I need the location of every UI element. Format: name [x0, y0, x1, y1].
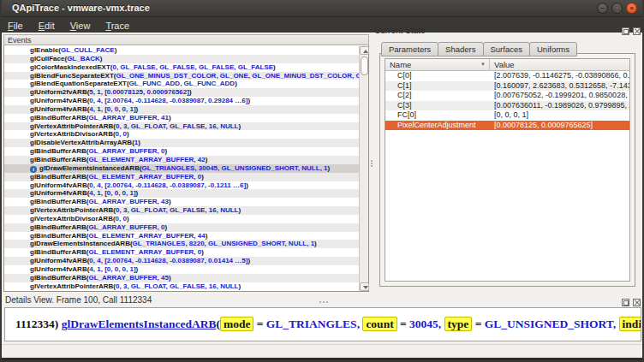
menu-item[interactable]: Edit	[31, 18, 63, 33]
event-row[interactable]: glBindBufferARB(GL_ARRAY_BUFFER, 0)	[4, 147, 368, 156]
event-args: 0, 4, [2.00764, -0.114628, -0.0389087, -…	[89, 181, 246, 189]
close-paren: )	[165, 147, 168, 155]
event-function: glBlendEquationSeparateEXT	[30, 80, 127, 87]
details-titlebar: Details View. Frame 100, Call 1112334	[3, 295, 642, 306]
close-paren: )	[247, 257, 250, 264]
details-float-button[interactable]	[622, 299, 629, 306]
uniform-row[interactable]: C[1][0.160097, 2.623683, 0.5312658, -7.1…	[385, 81, 629, 92]
event-row[interactable]: glDisableVertexAttribArrayARB(1)	[4, 139, 368, 147]
event-function: glBindBufferARB	[30, 156, 86, 163]
event-function: glUniform4fvARB	[30, 97, 87, 104]
event-row[interactable]: glDrawElementsInstancedARB(GL_TRIANGLES,…	[4, 240, 368, 248]
close-paren: )	[136, 189, 139, 197]
event-row[interactable]: glBindBufferARB(GL_ARRAY_BUFFER, 0)	[4, 223, 368, 232]
state-tab[interactable]: Shaders	[438, 42, 483, 56]
scroll-up-arrow[interactable]	[360, 46, 369, 55]
uniform-row[interactable]: C[0][2.007639, -0.1146275, -0.03890866, …	[385, 71, 629, 81]
uniform-value: [0, 0, 0, 1]	[490, 110, 629, 121]
details-close-button[interactable]	[633, 299, 641, 306]
dock-float-button[interactable]	[622, 27, 629, 35]
event-row[interactable]: glVertexAttribPointerARB(0, 3, GL_FLOAT,…	[4, 206, 368, 215]
uniform-name: FC[0]	[385, 110, 490, 121]
event-function: glUniform4fvARB	[30, 181, 87, 189]
event-row[interactable]: glUniform4fvARB(4, 1, [0, 0, 0, 1])	[4, 189, 368, 198]
event-args: 0, 3, GL_FLOAT, GL_FALSE, 16, NULL	[116, 206, 238, 214]
event-row[interactable]: glBindBufferARB(GL_ELEMENT_ARRAY_BUFFER,…	[4, 232, 368, 240]
event-row[interactable]: iglDrawElementsInstancedARB(GL_TRIANGLES…	[4, 164, 368, 173]
event-row[interactable]: glBindBufferARB(GL_ARRAY_BUFFER, 41)	[4, 114, 368, 122]
event-function: glBindBufferARB	[30, 147, 86, 155]
event-args: 4, 1, [0, 0, 0, 1]	[89, 189, 135, 197]
event-row[interactable]: glCullFace(GL_BACK)	[4, 55, 368, 63]
uniforms-rows[interactable]: C[0][2.007639, -0.1146275, -0.03890866, …	[385, 71, 629, 130]
event-args: GL_ARRAY_BUFFER, 43	[88, 198, 169, 205]
close-button[interactable]: ×	[626, 3, 637, 14]
event-row[interactable]: glBindBufferARB(GL_ARRAY_BUFFER, 45)	[4, 274, 368, 282]
event-function: glVertexAttribDivisorARB	[30, 215, 113, 223]
event-row[interactable]: glUniform4fvARB(4, 1, [0, 0, 0, 1])	[4, 265, 368, 274]
events-list[interactable]: glEnable(GL_CULL_FACE) glCullFace(GL_BAC…	[3, 45, 369, 292]
event-function: glBindBufferARB	[30, 114, 86, 122]
event-row[interactable]: glUniform2fvARB(5, 1, [0.00078125, 0.000…	[4, 88, 368, 97]
events-scrollbar[interactable]	[359, 46, 368, 291]
event-row[interactable]: glEnable(GL_CULL_FACE)	[4, 46, 368, 55]
event-args: GL_ELEMENT_ARRAY_BUFFER, 42	[88, 156, 205, 163]
menu-item[interactable]: Trace	[98, 18, 137, 33]
event-row[interactable]: glBindBufferARB(GL_ELEMENT_ARRAY_BUFFER,…	[4, 248, 368, 257]
uniform-row[interactable]: PixelCenterAdjustment[0.00078125, 0.0009…	[385, 121, 629, 131]
minimize-icon: −	[598, 3, 607, 14]
uniforms-tab-pane: Name▼ Value C[0][2.007639, -0.1146275, -…	[379, 53, 635, 287]
uniform-value: [0.007636011, -0.1989026, 0.9799895, 2.1…	[490, 101, 629, 111]
scrollbar-thumb[interactable]	[361, 56, 368, 75]
event-row[interactable]: glColorMaskIndexedEXT(0, GL_FALSE, GL_FA…	[4, 63, 368, 72]
window-bottom-edge	[0, 358, 644, 362]
close-paren: )	[136, 265, 139, 273]
event-args: 0, 3, GL_FLOAT, GL_FALSE, 16, NULL	[116, 122, 238, 130]
event-function: glBlendFuncSeparateEXT	[30, 72, 114, 80]
event-args: 4, 1, [0, 0, 0, 1]	[89, 105, 135, 113]
dock-close-button[interactable]	[633, 27, 641, 35]
menu-item[interactable]: View	[63, 18, 98, 33]
event-row[interactable]: glBlendEquationSeparateEXT(GL_FUNC_ADD, …	[4, 80, 368, 88]
event-row[interactable]: glUniform4fvARB(0, 4, [2.00764, -0.11462…	[4, 257, 368, 265]
state-tab[interactable]: Surfaces	[483, 42, 531, 56]
call-function-link[interactable]: glDrawElementsInstancedARB	[62, 317, 217, 330]
event-row[interactable]: glVertexAttribDivisorARB(0, 0)	[4, 130, 368, 139]
param-value: GL_TRIANGLES	[266, 317, 357, 330]
state-tab[interactable]: Parameters	[381, 42, 438, 56]
uniform-row[interactable]: C[2][0.007675052, -0.1999201, 0.9850028,…	[385, 91, 629, 101]
event-row[interactable]: glUniform4fvARB(0, 4, [2.00764, -0.11462…	[4, 97, 368, 105]
event-row[interactable]: glBindBufferARB(GL_ARRAY_BUFFER, 43)	[4, 198, 368, 206]
minimize-button[interactable]: −	[597, 3, 608, 14]
maximize-button[interactable]: □	[611, 3, 623, 14]
close-paren: )	[100, 55, 103, 62]
scroll-down-arrow[interactable]	[360, 282, 369, 291]
event-row[interactable]: glUniform4fvARB(4, 1, [0, 0, 0, 1])	[4, 105, 368, 114]
title-bar[interactable]: QApiTrace - vmware-vmx.trace − □ ×	[0, 0, 644, 17]
event-row[interactable]: glVertexAttribPointerARB(0, 3, GL_FLOAT,…	[4, 122, 368, 131]
column-header-name[interactable]: Name▼	[385, 59, 490, 70]
event-row[interactable]: glVertexAttribDivisorARB(0, 0)	[4, 215, 368, 223]
uniform-row[interactable]: C[3][0.007636011, -0.1989026, 0.9799895,…	[385, 101, 629, 111]
event-function: glDrawElementsInstancedARB	[39, 164, 140, 172]
close-paren: )	[127, 130, 129, 138]
event-row[interactable]: glBindBufferARB(GL_ELEMENT_ARRAY_BUFFER,…	[4, 173, 368, 181]
close-paren: )	[169, 274, 171, 282]
event-row[interactable]: glBlendFuncSeparateEXT(GL_ONE_MINUS_DST_…	[4, 72, 368, 80]
column-header-value[interactable]: Value	[490, 59, 515, 70]
state-tab-widget: ParametersShadersSurfacesUniforms Name▼ …	[379, 39, 635, 287]
close-paren: )	[201, 173, 204, 181]
uniform-row[interactable]: FC[0][0, 0, 0, 1]	[385, 110, 629, 121]
event-row[interactable]: glBindBufferARB(GL_ELEMENT_ARRAY_BUFFER,…	[4, 156, 368, 164]
call-number: 1112334)	[15, 317, 58, 330]
close-paren: )	[189, 88, 192, 96]
event-row[interactable]: glUniform4fvARB(0, 4, [2.00764, -0.11462…	[4, 181, 368, 190]
uniforms-table: Name▼ Value C[0][2.007639, -0.1146275, -…	[385, 58, 630, 282]
event-function: glBindBufferARB	[30, 248, 86, 256]
event-row[interactable]: glVertexAttribPointerARB(0, 3, GL_FLOAT,…	[4, 282, 368, 291]
current-state-titlebar: Current State	[373, 24, 642, 38]
event-function: glUniform4fvARB	[30, 105, 87, 113]
menu-item[interactable]: File	[0, 18, 31, 33]
close-paren: )	[247, 97, 250, 104]
state-tab[interactable]: Uniforms	[529, 42, 577, 56]
